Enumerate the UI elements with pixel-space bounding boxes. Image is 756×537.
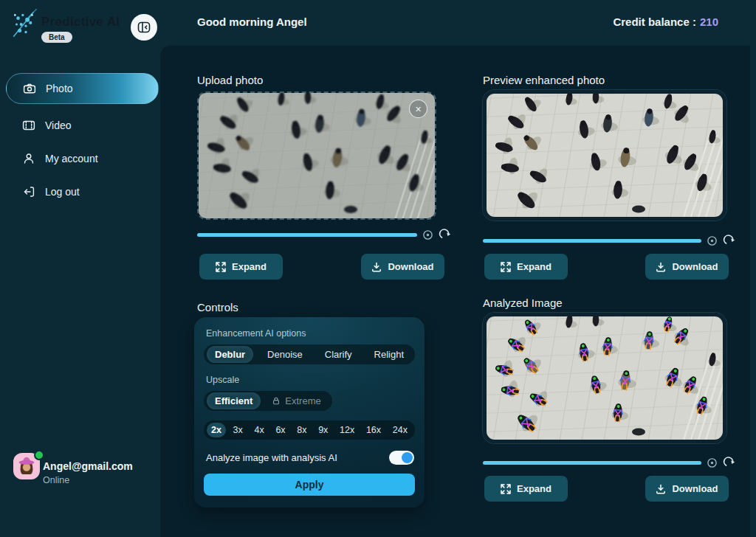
sidebar-item-label: Video — [45, 119, 72, 131]
expand-button-label: Expand — [517, 261, 551, 272]
enhancement-options-label: Enhancement AI options — [206, 328, 306, 339]
redo-icon[interactable] — [439, 228, 453, 241]
expand-icon — [216, 262, 226, 272]
toggle-knob — [402, 452, 413, 463]
multiplier-option[interactable]: 12x — [335, 423, 359, 437]
multiplier-option[interactable]: 9x — [314, 423, 332, 437]
multiplier-option[interactable]: 4x — [250, 423, 268, 437]
redo-icon[interactable] — [723, 456, 737, 469]
slider-target-icon[interactable] — [707, 235, 718, 246]
multiplier-option[interactable]: 3x — [229, 423, 247, 437]
multiplier-option[interactable]: 16x — [362, 423, 385, 437]
brand-name: Predictive AI — [41, 15, 120, 30]
download-icon — [371, 262, 382, 272]
multiplier-option[interactable]: 24x — [388, 423, 412, 437]
apply-button[interactable]: Apply — [204, 474, 415, 496]
logout-icon — [22, 185, 35, 198]
upload-slider-row — [197, 228, 456, 241]
analyzed-photo-image — [487, 316, 723, 440]
analyze-toggle-label: Analyze image with analysis AI — [206, 452, 337, 463]
sidebar-item-photo[interactable]: Photo — [6, 73, 159, 104]
brand: Predictive AI Beta — [10, 7, 120, 43]
analyzed-slider-row — [483, 456, 741, 469]
close-icon: × — [415, 104, 421, 114]
download-button-label: Download — [388, 261, 433, 272]
preview-slider-row — [483, 234, 741, 247]
sidebar-item-my-account[interactable]: My account — [6, 145, 159, 173]
enhanced-photo[interactable] — [483, 90, 726, 221]
analyzed-photo[interactable] — [483, 313, 726, 443]
camera-icon — [23, 82, 36, 95]
analyzed-strength-slider[interactable] — [483, 461, 701, 465]
enhanced-photo-image — [487, 94, 723, 217]
analyzed-section-title: Analyzed Image — [483, 297, 563, 309]
account-email: Angel@gmail.com — [43, 460, 133, 472]
preview-download-button[interactable]: Download — [645, 254, 729, 280]
expand-icon — [501, 484, 511, 494]
download-icon — [656, 262, 666, 272]
online-status-dot — [34, 450, 44, 460]
controls-panel: Enhancement AI options DeblurDenoiseClar… — [194, 317, 425, 507]
sidebar-item-label: My account — [45, 153, 98, 164]
collapse-sidebar-icon — [137, 21, 151, 34]
download-button-label: Download — [672, 261, 718, 272]
sidebar-item-log-out[interactable]: Log out — [6, 178, 159, 206]
upscale-efficient-option[interactable]: Efficient — [207, 392, 261, 409]
analyzed-download-button[interactable]: Download — [645, 476, 729, 502]
uploaded-photo[interactable]: × — [197, 91, 436, 220]
enhancement-option[interactable]: Clarify — [317, 346, 360, 363]
upscale-label: Upscale — [206, 375, 239, 385]
sidebar-item-label: Photo — [46, 83, 73, 94]
lock-icon — [272, 396, 281, 406]
redo-icon[interactable] — [723, 234, 737, 247]
controls-section-title: Controls — [197, 301, 238, 313]
upload-expand-button[interactable]: Expand — [199, 254, 283, 280]
upload-download-button[interactable]: Download — [361, 254, 444, 280]
multiplier-option[interactable]: 2x — [207, 423, 226, 437]
sidebar-collapse-button[interactable] — [131, 14, 157, 41]
upload-strength-slider[interactable] — [197, 233, 417, 237]
credit-balance-value: 210 — [700, 15, 718, 28]
slider-target-icon[interactable] — [707, 457, 718, 468]
beta-badge: Beta — [41, 32, 72, 43]
credit-balance: Credit balance :210 — [613, 15, 718, 28]
download-icon — [656, 484, 666, 494]
credit-balance-label: Credit balance : — [613, 15, 696, 28]
upload-section-title: Upload photo — [197, 74, 263, 86]
remove-photo-button[interactable]: × — [409, 100, 427, 118]
preview-expand-button[interactable]: Expand — [484, 254, 568, 280]
analyze-ai-toggle[interactable] — [389, 451, 414, 465]
multiplier-option[interactable]: 6x — [271, 423, 289, 437]
expand-icon — [501, 262, 511, 272]
enhancement-option[interactable]: Relight — [366, 346, 412, 363]
upscale-mode-group: Efficient Extreme — [204, 391, 332, 411]
sidebar-item-label: Log out — [45, 186, 80, 198]
expand-button-label: Expand — [232, 261, 267, 272]
enhancement-option[interactable]: Deblur — [207, 346, 253, 363]
greeting-text: Good morning Angel — [197, 15, 307, 28]
slider-target-icon[interactable] — [422, 229, 433, 240]
multiplier-option[interactable]: 8x — [292, 423, 311, 437]
uploaded-photo-image — [199, 93, 435, 218]
upscale-multiplier-group: 2x3x4x6x8x9x12x16x24x — [204, 420, 415, 440]
upscale-extreme-option[interactable]: Extreme — [264, 392, 329, 409]
brand-logo-icon — [10, 7, 41, 40]
preview-section-title: Preview enhanced photo — [483, 74, 605, 86]
enhancement-option[interactable]: Denoise — [259, 346, 311, 363]
user-icon — [22, 152, 35, 165]
analyzed-expand-button[interactable]: Expand — [484, 476, 568, 502]
download-button-label: Download — [672, 483, 718, 494]
preview-strength-slider[interactable] — [483, 239, 701, 243]
enhancement-options-group: DeblurDenoiseClarifyRelight — [204, 344, 415, 364]
video-icon — [22, 119, 35, 132]
app-root: Predictive AI Beta Good morning Angel Cr… — [0, 0, 756, 537]
expand-button-label: Expand — [517, 483, 551, 494]
sidebar-item-video[interactable]: Video — [6, 111, 159, 139]
main-content: Upload photo × Expand — [160, 46, 750, 537]
account-status: Online — [43, 475, 69, 485]
